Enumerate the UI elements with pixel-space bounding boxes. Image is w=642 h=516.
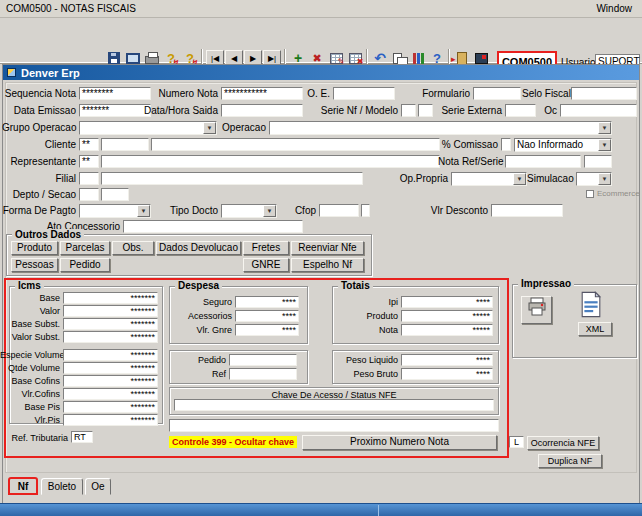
grupo-operacao-select[interactable]: ▼ (79, 121, 217, 135)
filial-nome-field[interactable] (101, 172, 363, 185)
window-menu[interactable]: Window (596, 0, 632, 18)
tab-boleto[interactable]: Boleto (41, 478, 83, 495)
cliente-nome-field[interactable] (151, 138, 440, 151)
tab-oe[interactable]: Oe (85, 478, 111, 495)
xml-button[interactable]: XML (578, 322, 612, 336)
depto-field[interactable] (79, 188, 99, 201)
pedido-field[interactable] (229, 354, 297, 366)
comissao-field[interactable] (501, 138, 511, 151)
chevron-down-icon[interactable]: ▼ (263, 205, 276, 217)
ocorrencia-nfe-button[interactable]: Ocorrencia NFE (527, 436, 599, 450)
representante-nome-field[interactable] (101, 155, 440, 168)
simulacao-select[interactable]: ▼ (576, 172, 612, 186)
ipi-field[interactable]: **** (401, 296, 493, 308)
tab-nf[interactable]: Nf (8, 477, 38, 495)
serie-nf-field[interactable] (401, 104, 416, 117)
chevron-down-icon[interactable]: ▼ (513, 173, 526, 185)
chevron-down-icon[interactable]: ▼ (598, 173, 611, 185)
filial-codigo-field[interactable] (79, 172, 99, 185)
ecommerce-checkbox[interactable] (586, 190, 594, 198)
gnre-button[interactable]: GNRE (243, 258, 289, 272)
peso-bruto-field[interactable]: **** (401, 368, 493, 380)
pedido-label: Pedido (170, 354, 226, 366)
chave-acesso-field-2[interactable] (169, 419, 499, 432)
total-produto-field[interactable]: ***** (401, 310, 493, 322)
nota-ref-field[interactable] (505, 155, 581, 168)
qtde-volume-field[interactable]: ******* (63, 362, 158, 374)
especie-volume-field[interactable]: ******* (63, 349, 158, 361)
espelho-nf-button[interactable]: Espelho Nf (291, 258, 364, 272)
proximo-numero-nota-button[interactable]: Proximo Numero Nota (302, 435, 497, 450)
cfop-field[interactable] (319, 204, 359, 217)
reenviar-nfe-button[interactable]: Reenviar Nfe (291, 241, 364, 255)
obs-button[interactable]: Obs. (112, 241, 154, 255)
totais-title: Totais (338, 280, 373, 291)
chevron-down-icon[interactable]: ▼ (137, 205, 150, 217)
oe-field[interactable] (333, 87, 395, 100)
ipi-label: Ipi (336, 296, 398, 308)
parcelas-button[interactable]: Parcelas (60, 241, 110, 255)
numero-nota-field[interactable]: *********** (221, 87, 303, 100)
peso-bruto-label: Peso Bruto (336, 368, 398, 380)
forma-pagto-select[interactable]: ▼ (79, 204, 151, 218)
vlr-gnre-field[interactable]: **** (235, 324, 299, 336)
first-record-icon: |◀ (211, 54, 219, 63)
total-nota-field[interactable]: ***** (401, 324, 493, 336)
fretes-button[interactable]: Fretes (243, 241, 289, 255)
cliente-codigo-field[interactable]: ** (79, 138, 99, 151)
cliente-loja-field[interactable] (101, 138, 149, 151)
vlr-pis-field[interactable]: ******* (63, 414, 158, 426)
produto-button[interactable]: Produto (11, 241, 58, 255)
cfop-sufixo-field[interactable] (361, 204, 370, 217)
duplica-nf-button[interactable]: Duplica NF (538, 454, 602, 468)
op-propria-select[interactable]: ▼ (451, 172, 527, 186)
icms-base-field[interactable]: ******* (63, 292, 158, 304)
selo-fiscal-field[interactable] (571, 87, 637, 100)
base-cofins-field[interactable]: ******* (63, 375, 158, 387)
icms-valor-field[interactable]: ******* (63, 305, 158, 317)
oc-field[interactable] (560, 104, 637, 117)
dados-devolucao-button[interactable]: Dados Devolucao (156, 241, 241, 255)
seguro-field[interactable]: **** (235, 296, 299, 308)
chevron-down-icon[interactable]: ▼ (598, 139, 611, 151)
secao-field[interactable] (101, 188, 129, 201)
operacao-select[interactable]: ▼ (269, 121, 612, 135)
tipo-docto-select[interactable]: ▼ (221, 204, 277, 218)
report-grid-icon (475, 53, 488, 64)
vlr-cofins-field[interactable]: ******* (63, 388, 158, 400)
chave-acesso-field-1[interactable] (174, 399, 494, 411)
nota-ref-serie-field[interactable] (584, 155, 612, 168)
xml-doc-button[interactable] (580, 291, 604, 319)
imprimir-nota-button[interactable] (521, 296, 552, 324)
vlr-cofins-label: Vlr.Cofins (0, 388, 60, 400)
data-hora-saida-field[interactable] (221, 104, 303, 117)
chevron-down-icon[interactable]: ▼ (203, 122, 216, 134)
pessoas-button[interactable]: Pessoas (11, 258, 58, 272)
grid-edit-icon: ✎ (330, 53, 343, 64)
modelo-field[interactable] (418, 104, 433, 117)
vlr-desconto-field[interactable] (491, 204, 563, 217)
vlr-pis-label: Vlr.Pis (0, 414, 60, 426)
ref-field[interactable] (229, 368, 297, 380)
pedido-button[interactable]: Pedido (60, 258, 110, 272)
sequencia-nota-field[interactable]: ******** (79, 87, 151, 100)
acessorios-field[interactable]: **** (235, 310, 299, 322)
selo-fiscal-label: Selo Fiscal (522, 87, 568, 100)
ato-concessorio-field[interactable] (123, 220, 303, 233)
last-record-icon: ▶| (268, 54, 276, 63)
ref-label: Ref (170, 368, 226, 380)
icms-base-subst-label: Base Subst. (0, 318, 60, 330)
formulario-field[interactable] (473, 87, 521, 100)
representante-codigo-field[interactable]: ** (79, 155, 99, 168)
peso-liquido-field[interactable]: **** (401, 354, 493, 366)
comissao-label: % Comissao (440, 138, 498, 151)
l-flag-field[interactable]: L (509, 436, 524, 448)
exit-door-icon (457, 52, 467, 65)
ref-tributaria-field[interactable]: RT (71, 431, 93, 443)
chevron-down-icon[interactable]: ▼ (598, 122, 611, 134)
serie-externa-field[interactable] (505, 104, 536, 117)
comissao-tipo-select[interactable]: Nao Informado▼ (514, 138, 612, 152)
base-pis-field[interactable]: ******* (63, 401, 158, 413)
icms-base-subst-field[interactable]: ******* (63, 318, 158, 330)
icms-valor-subst-field[interactable]: ******* (63, 331, 158, 343)
